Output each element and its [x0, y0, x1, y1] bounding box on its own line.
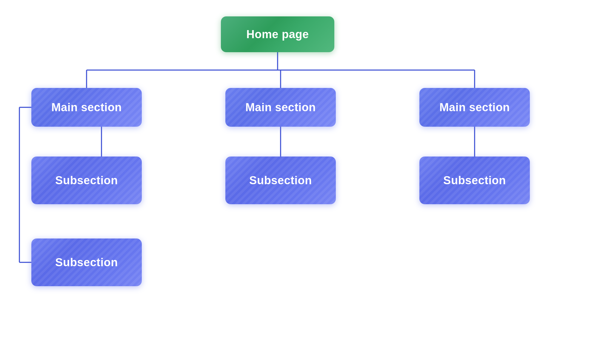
subsection-node-2: Subsection: [225, 157, 336, 204]
main-section-label-2: Main section: [239, 98, 322, 117]
subsection-node-1a: Subsection: [31, 157, 142, 204]
subsection-node-3: Subsection: [419, 157, 530, 204]
main-section-label-1: Main section: [45, 98, 128, 117]
main-section-node-2: Main section: [225, 88, 336, 127]
subsection-label-2: Subsection: [243, 171, 318, 190]
main-section-node-3: Main section: [419, 88, 530, 127]
subsection-label-1b: Subsection: [49, 253, 124, 272]
diagram: Home page Main section Main section Main…: [0, 0, 597, 364]
subsection-label-3: Subsection: [437, 171, 512, 190]
subsection-label-1a: Subsection: [49, 171, 124, 190]
main-section-node-1: Main section: [31, 88, 142, 127]
home-page-node: Home page: [221, 16, 334, 52]
subsection-node-1b: Subsection: [31, 238, 142, 286]
home-page-label: Home page: [240, 25, 315, 44]
main-section-label-3: Main section: [433, 98, 516, 117]
